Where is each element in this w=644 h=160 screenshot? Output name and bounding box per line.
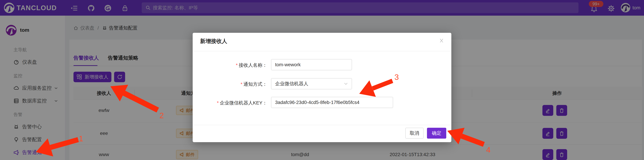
select-value: 企业微信机器人 [275, 81, 308, 87]
modal-header-divider [193, 51, 451, 51]
confirm-button[interactable]: 确定 [427, 128, 446, 139]
wework-key-input[interactable] [271, 97, 393, 108]
modal-footer-divider [193, 125, 451, 125]
add-receiver-modal: 新增接收人 *接收人名称： *通知方式： 企业微信机器人 *企业微信机器人KEY… [193, 33, 451, 142]
chevron-down-icon [344, 81, 348, 86]
modal-title: 新增接收人 [200, 38, 227, 45]
notice-method-select[interactable]: 企业微信机器人 [271, 78, 352, 89]
close-icon[interactable] [438, 37, 445, 44]
field-label-wework-key: *企业微信机器人KEY： [200, 100, 267, 106]
cancel-button[interactable]: 取消 [405, 128, 424, 139]
field-label-name: *接收人名称： [200, 62, 267, 68]
receiver-name-input[interactable] [271, 59, 352, 70]
field-label-method: *通知方式： [200, 81, 267, 88]
